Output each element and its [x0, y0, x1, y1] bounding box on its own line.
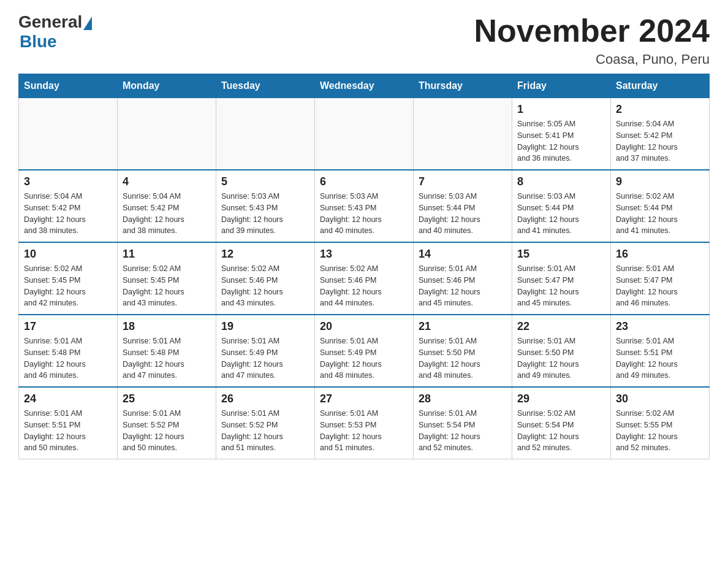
day-number: 28: [419, 393, 507, 405]
calendar-day-cell: 19Sunrise: 5:01 AM Sunset: 5:49 PM Dayli…: [216, 315, 315, 387]
month-title: November 2024: [474, 12, 710, 49]
day-info: Sunrise: 5:03 AM Sunset: 5:44 PM Dayligh…: [419, 191, 507, 237]
day-number: 30: [616, 393, 704, 405]
day-number: 3: [24, 175, 112, 188]
logo: General Blue: [18, 12, 92, 52]
day-number: 17: [24, 320, 112, 333]
logo-general-text: General: [18, 12, 82, 32]
day-info: Sunrise: 5:01 AM Sunset: 5:47 PM Dayligh…: [517, 263, 605, 309]
calendar-day-cell: 7Sunrise: 5:03 AM Sunset: 5:44 PM Daylig…: [414, 170, 512, 242]
calendar-day-cell: 12Sunrise: 5:02 AM Sunset: 5:46 PM Dayli…: [216, 242, 315, 315]
calendar-day-cell: 11Sunrise: 5:02 AM Sunset: 5:45 PM Dayli…: [118, 242, 216, 315]
day-info: Sunrise: 5:01 AM Sunset: 5:49 PM Dayligh…: [320, 335, 408, 381]
day-info: Sunrise: 5:01 AM Sunset: 5:51 PM Dayligh…: [616, 335, 704, 381]
day-number: 6: [320, 175, 408, 188]
calendar-week-row: 24Sunrise: 5:01 AM Sunset: 5:51 PM Dayli…: [19, 387, 710, 459]
day-info: Sunrise: 5:04 AM Sunset: 5:42 PM Dayligh…: [123, 191, 211, 237]
calendar-day-cell: 3Sunrise: 5:04 AM Sunset: 5:42 PM Daylig…: [19, 170, 118, 242]
day-info: Sunrise: 5:05 AM Sunset: 5:41 PM Dayligh…: [517, 118, 605, 164]
day-info: Sunrise: 5:03 AM Sunset: 5:43 PM Dayligh…: [221, 191, 309, 237]
day-number: 21: [419, 320, 507, 333]
day-info: Sunrise: 5:01 AM Sunset: 5:52 PM Dayligh…: [123, 408, 211, 454]
calendar-day-cell: 22Sunrise: 5:01 AM Sunset: 5:50 PM Dayli…: [512, 315, 611, 387]
calendar-day-cell: 20Sunrise: 5:01 AM Sunset: 5:49 PM Dayli…: [315, 315, 414, 387]
day-info: Sunrise: 5:02 AM Sunset: 5:55 PM Dayligh…: [616, 408, 704, 454]
calendar-week-row: 17Sunrise: 5:01 AM Sunset: 5:48 PM Dayli…: [19, 315, 710, 387]
day-info: Sunrise: 5:02 AM Sunset: 5:44 PM Dayligh…: [616, 191, 704, 237]
calendar-day-cell: 18Sunrise: 5:01 AM Sunset: 5:48 PM Dayli…: [118, 315, 216, 387]
weekday-header: Sunday: [19, 74, 118, 98]
calendar-day-cell: [414, 98, 512, 170]
day-number: 20: [320, 320, 408, 333]
calendar-day-cell: [118, 98, 216, 170]
day-info: Sunrise: 5:01 AM Sunset: 5:50 PM Dayligh…: [517, 335, 605, 381]
day-number: 24: [24, 393, 112, 405]
day-number: 27: [320, 393, 408, 405]
calendar-day-cell: 13Sunrise: 5:02 AM Sunset: 5:46 PM Dayli…: [315, 242, 414, 315]
day-number: 19: [221, 320, 309, 333]
calendar-day-cell: [216, 98, 315, 170]
day-number: 7: [419, 175, 507, 188]
calendar-day-cell: 23Sunrise: 5:01 AM Sunset: 5:51 PM Dayli…: [611, 315, 710, 387]
day-info: Sunrise: 5:01 AM Sunset: 5:51 PM Dayligh…: [24, 408, 112, 454]
day-info: Sunrise: 5:02 AM Sunset: 5:54 PM Dayligh…: [517, 408, 605, 454]
day-number: 12: [221, 248, 309, 261]
calendar-day-cell: [19, 98, 118, 170]
day-number: 5: [221, 175, 309, 188]
calendar-day-cell: [315, 98, 414, 170]
day-number: 10: [24, 248, 112, 261]
day-info: Sunrise: 5:03 AM Sunset: 5:43 PM Dayligh…: [320, 191, 408, 237]
day-info: Sunrise: 5:02 AM Sunset: 5:45 PM Dayligh…: [24, 263, 112, 309]
day-number: 11: [123, 248, 211, 261]
weekday-header: Thursday: [414, 74, 512, 98]
day-info: Sunrise: 5:02 AM Sunset: 5:46 PM Dayligh…: [221, 263, 309, 309]
calendar-week-row: 1Sunrise: 5:05 AM Sunset: 5:41 PM Daylig…: [19, 98, 710, 170]
calendar-day-cell: 16Sunrise: 5:01 AM Sunset: 5:47 PM Dayli…: [611, 242, 710, 315]
calendar-day-cell: 5Sunrise: 5:03 AM Sunset: 5:43 PM Daylig…: [216, 170, 315, 242]
calendar-day-cell: 30Sunrise: 5:02 AM Sunset: 5:55 PM Dayli…: [611, 387, 710, 459]
day-info: Sunrise: 5:04 AM Sunset: 5:42 PM Dayligh…: [24, 191, 112, 237]
calendar-day-cell: 26Sunrise: 5:01 AM Sunset: 5:52 PM Dayli…: [216, 387, 315, 459]
calendar-day-cell: 2Sunrise: 5:04 AM Sunset: 5:42 PM Daylig…: [611, 98, 710, 170]
day-info: Sunrise: 5:01 AM Sunset: 5:49 PM Dayligh…: [221, 335, 309, 381]
day-info: Sunrise: 5:03 AM Sunset: 5:44 PM Dayligh…: [517, 191, 605, 237]
day-number: 26: [221, 393, 309, 405]
calendar-day-cell: 4Sunrise: 5:04 AM Sunset: 5:42 PM Daylig…: [118, 170, 216, 242]
calendar-day-cell: 17Sunrise: 5:01 AM Sunset: 5:48 PM Dayli…: [19, 315, 118, 387]
page-header: General Blue November 2024 Coasa, Puno, …: [18, 12, 710, 67]
day-info: Sunrise: 5:01 AM Sunset: 5:48 PM Dayligh…: [24, 335, 112, 381]
calendar-day-cell: 15Sunrise: 5:01 AM Sunset: 5:47 PM Dayli…: [512, 242, 611, 315]
day-number: 29: [517, 393, 605, 405]
day-info: Sunrise: 5:01 AM Sunset: 5:48 PM Dayligh…: [123, 335, 211, 381]
calendar-day-cell: 25Sunrise: 5:01 AM Sunset: 5:52 PM Dayli…: [118, 387, 216, 459]
weekday-header: Friday: [512, 74, 611, 98]
day-info: Sunrise: 5:04 AM Sunset: 5:42 PM Dayligh…: [616, 118, 704, 164]
day-info: Sunrise: 5:01 AM Sunset: 5:50 PM Dayligh…: [419, 335, 507, 381]
day-info: Sunrise: 5:02 AM Sunset: 5:45 PM Dayligh…: [123, 263, 211, 309]
calendar-day-cell: 6Sunrise: 5:03 AM Sunset: 5:43 PM Daylig…: [315, 170, 414, 242]
calendar-day-cell: 1Sunrise: 5:05 AM Sunset: 5:41 PM Daylig…: [512, 98, 611, 170]
day-number: 8: [517, 175, 605, 188]
calendar-day-cell: 8Sunrise: 5:03 AM Sunset: 5:44 PM Daylig…: [512, 170, 611, 242]
day-number: 13: [320, 248, 408, 261]
day-number: 18: [123, 320, 211, 333]
logo-blue-text: Blue: [20, 32, 57, 52]
day-number: 1: [517, 103, 605, 116]
calendar-week-row: 3Sunrise: 5:04 AM Sunset: 5:42 PM Daylig…: [19, 170, 710, 242]
weekday-header: Tuesday: [216, 74, 315, 98]
day-number: 23: [616, 320, 704, 333]
day-info: Sunrise: 5:01 AM Sunset: 5:47 PM Dayligh…: [616, 263, 704, 309]
weekday-header: Saturday: [611, 74, 710, 98]
calendar-day-cell: 14Sunrise: 5:01 AM Sunset: 5:46 PM Dayli…: [414, 242, 512, 315]
calendar-day-cell: 27Sunrise: 5:01 AM Sunset: 5:53 PM Dayli…: [315, 387, 414, 459]
day-number: 2: [616, 103, 704, 116]
calendar-table: SundayMondayTuesdayWednesdayThursdayFrid…: [18, 74, 710, 459]
day-info: Sunrise: 5:02 AM Sunset: 5:46 PM Dayligh…: [320, 263, 408, 309]
weekday-header-row: SundayMondayTuesdayWednesdayThursdayFrid…: [19, 74, 710, 98]
location-title: Coasa, Puno, Peru: [474, 52, 710, 67]
calendar-day-cell: 21Sunrise: 5:01 AM Sunset: 5:50 PM Dayli…: [414, 315, 512, 387]
calendar-day-cell: 29Sunrise: 5:02 AM Sunset: 5:54 PM Dayli…: [512, 387, 611, 459]
weekday-header: Monday: [118, 74, 216, 98]
title-section: November 2024 Coasa, Puno, Peru: [474, 12, 710, 67]
day-number: 22: [517, 320, 605, 333]
